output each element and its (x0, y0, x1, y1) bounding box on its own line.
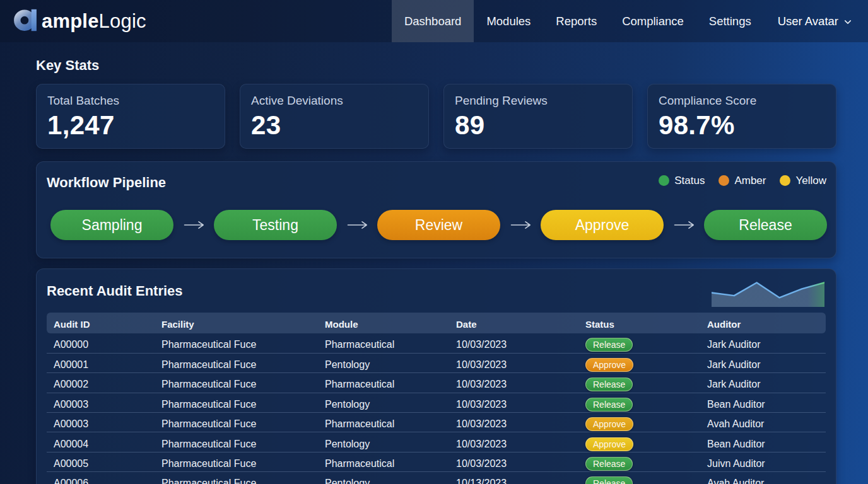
nav-item-label: Modules (486, 14, 531, 28)
auditor-cell: Jark Auditor (700, 333, 826, 353)
status-cell: Release (578, 333, 700, 353)
recent-audit-title: Recent Audit Entries (47, 283, 183, 299)
audit-id-cell: A00006 (47, 472, 155, 484)
audit-table-row: A00003Pharmaceutical FucePentology10/03/… (47, 393, 826, 412)
nav-item[interactable]: Modules (474, 0, 543, 42)
legend-dot (659, 175, 669, 186)
audit-table-row: A00003Pharmaceutical FucePharmaceutical1… (47, 413, 826, 432)
status-badge: Release (585, 377, 633, 391)
audit-id-cell: A00001 (47, 353, 155, 372)
facility-cell: Pharmaceutical Fuce (155, 333, 318, 353)
audit-column-header: Facility (155, 313, 318, 333)
key-stats-row: Total Batches 1,247 Active Deviations 23… (36, 84, 836, 149)
module-cell: Pentology (318, 472, 449, 484)
audit-column-header: Status (578, 313, 700, 333)
user-menu[interactable]: User Avatar (764, 0, 868, 42)
facility-cell: Pharmaceutical Fuce (155, 432, 318, 452)
nav-item[interactable]: Compliance (609, 0, 696, 42)
date-cell: 10/03/2023 (449, 452, 578, 471)
nav-item[interactable]: Settings (696, 0, 764, 42)
nav-item[interactable]: Reports (543, 0, 609, 42)
nav-item-label: Dashboard (404, 14, 462, 28)
pipeline-stage-release[interactable]: Release (704, 210, 827, 240)
audit-id-cell: A00002 (47, 373, 155, 393)
pipeline-stage-approve[interactable]: Approve (541, 210, 664, 240)
pipeline-stage-review[interactable]: Review (377, 210, 500, 240)
status-badge: Release (585, 338, 633, 352)
audit-id-cell: A00000 (47, 333, 155, 353)
auditor-cell: Avah Auditor (700, 413, 826, 432)
stat-card: Pending Reviews 89 (443, 84, 633, 149)
dashboard-page: Key Stats Total Batches 1,247 Active Dev… (0, 57, 868, 484)
facility-cell: Pharmaceutical Fuce (155, 353, 318, 372)
status-badge: Release (585, 476, 633, 484)
brand-logo[interactable]: ampleLogic (0, 0, 146, 42)
legend-item: Yellow (780, 175, 826, 187)
stat-card-value: 23 (251, 110, 418, 141)
stage-arrow-icon (674, 221, 695, 229)
pipeline-stage-sampling[interactable]: Sampling (50, 210, 173, 240)
legend-dot (780, 175, 790, 186)
stage-arrow-icon (184, 221, 204, 229)
status-cell: Approve (578, 353, 700, 372)
key-stats-title: Key Stats (36, 57, 836, 74)
module-cell: Pharmaceutical (318, 333, 449, 353)
status-cell: Approve (578, 432, 700, 452)
status-badge: Approve (585, 437, 633, 451)
stat-card: Total Batches 1,247 (36, 84, 225, 149)
nav-item[interactable]: Dashboard (392, 0, 474, 42)
facility-cell: Pharmaceutical Fuce (155, 452, 318, 471)
nav-menu: Dashboard Modules Reports Compliance Set… (392, 0, 868, 42)
brand-name-bold: ample (42, 10, 99, 32)
module-cell: Pharmaceutical (318, 452, 449, 471)
status-cell: Approve (578, 413, 700, 432)
facility-cell: Pharmaceutical Fuce (155, 413, 318, 432)
nav-item-label: Compliance (622, 14, 684, 28)
audit-sparkline-chart (712, 281, 824, 307)
stat-card-label: Compliance Score (659, 94, 825, 108)
pipeline-stages: SamplingTestingReviewApproveRelease (47, 210, 827, 240)
status-cell: Release (578, 472, 700, 484)
nav-item-label: Settings (709, 14, 751, 28)
auditor-cell: Bean Auditor (700, 432, 826, 452)
brand-logo-icon (13, 9, 37, 32)
legend-dot (718, 175, 729, 186)
date-cell: 10/03/2023 (449, 413, 578, 432)
module-cell: Pentology (318, 432, 449, 452)
stage-arrow-icon (510, 221, 531, 229)
stat-card-value: 98.7% (659, 110, 825, 141)
module-cell: Pentology (318, 393, 449, 412)
stage-arrow-icon (347, 221, 368, 229)
date-cell: 10/03/2023 (449, 353, 578, 372)
pipeline-stage-label: Approve (575, 217, 630, 234)
audit-table-row: A00004Pharmaceutical FucePentology10/03/… (47, 432, 826, 452)
workflow-pipeline-title: Workflow Pipeline (47, 175, 166, 191)
stat-card: Active Deviations 23 (240, 84, 429, 149)
pipeline-stage-label: Release (739, 217, 792, 234)
legend-label: Amber (734, 175, 766, 187)
legend-label: Yellow (795, 175, 826, 187)
audit-table-row: A00000Pharmaceutical FucePharmaceutical1… (47, 333, 826, 353)
stat-card-value: 89 (455, 110, 621, 141)
brand-name-light: Logic (99, 10, 146, 32)
pipeline-stage-label: Review (415, 217, 462, 234)
audit-table-row: A00006Pharmaceutical FucePentology10/13/… (47, 472, 826, 484)
pipeline-stage-label: Testing (252, 217, 298, 234)
workflow-pipeline-panel: Workflow Pipeline Status Amber Yello (36, 161, 836, 258)
auditor-cell: Bean Auditor (700, 393, 826, 412)
date-cell: 10/03/2023 (449, 333, 578, 353)
user-menu-label: User Avatar (778, 14, 838, 28)
pipeline-stage-testing[interactable]: Testing (214, 210, 337, 240)
pipeline-legend: Status Amber Yellow (659, 175, 826, 187)
audit-column-header: Date (449, 313, 578, 333)
audit-table-row: A00001Pharmaceutical FucePentology10/03/… (47, 353, 826, 372)
module-cell: Pentology (318, 353, 449, 372)
audit-column-header: Module (318, 313, 449, 333)
status-badge: Approve (585, 417, 633, 431)
module-cell: Pharmaceutical (318, 413, 449, 432)
status-badge: Release (585, 457, 633, 471)
audit-column-header: Auditor (700, 313, 826, 333)
audit-table-row: A00005Pharmaceutical FucePharmaceutical1… (47, 452, 826, 471)
nav-item-label: Reports (556, 14, 597, 28)
facility-cell: Pharmaceutical Fuce (155, 472, 318, 484)
